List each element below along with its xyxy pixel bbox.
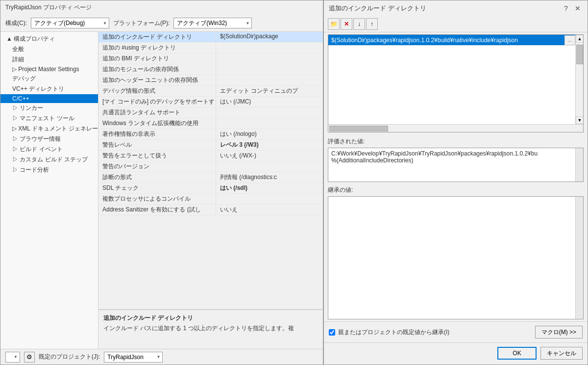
dialog-actions: マクロ(M) >> [535,326,583,339]
prop-row-sdl[interactable]: SDL チェック はい (/sdl) [98,183,323,194]
dialog-close-button[interactable]: ✕ [573,3,583,13]
prop-name-module-dep: 追加のモジュールの依存関係 [98,64,216,75]
path-list-body: ... ▲ ▼ [328,35,583,124]
prop-name-header-dep: 追加のヘッダー ユニットの依存関係 [98,75,216,85]
main-window-title: TryRapidJson プロパティ ページ [5,4,92,11]
prop-row-warning-level[interactable]: 警告レベル レベル 3 (/W3) [98,140,323,151]
prop-row-debug-format[interactable]: デバッグ情報の形式 エディット コンティニュのプ [98,86,323,97]
tree-item-general[interactable]: 全般 [0,44,98,54]
evaluated-section: 評価された値: C:¥Work¥Develop¥TryRapidJson¥Try… [324,134,588,184]
tree-item-project-master[interactable]: ▷ Project Master Settings [0,65,98,74]
right-panel: 追加のインクルード ディレクトリ $(SolutionDir)package 追… [98,32,323,349]
prop-name-warning-error: 警告をエラーとして扱う [98,151,216,161]
path-input-0[interactable] [328,36,564,45]
evaluated-label: 評価された値: [328,137,584,146]
prop-value-multiproc [216,194,323,204]
prop-row-using-dirs[interactable]: 追加の #using ディレクトリ [98,43,323,53]
tree-item-code-analysis[interactable]: ▷ コード分析 [0,165,98,175]
tree-item-config-props[interactable]: ▲ 構成プロパティ [0,34,98,44]
dialog-help-button[interactable]: ? [561,3,571,13]
prop-row-module-dep[interactable]: 追加のモジュールの依存関係 [98,64,323,75]
bottom-bar: ▼ ⚙ 既定のプロジェクト(J): TryRapidJson ▼ [0,349,323,365]
config-dropdown[interactable]: アクティブ(Debug) ▼ [31,18,109,28]
config-value: アクティブ(Debug) [34,19,85,27]
prop-row-jmc[interactable]: [マイ コードのみ] のデバッグをサポートす はい (/JMC) [98,97,323,107]
prop-value-warning-error: いいえ (/WX-) [216,151,323,161]
vscroll-up[interactable]: ▲ [576,35,583,43]
tree-item-browser[interactable]: ▷ ブラウザー情報 [0,134,98,144]
vscroll-thumb[interactable] [576,45,583,64]
prop-value-using-dirs [216,43,323,53]
inherit-label: 親またはプロジェクトの既定値から継承(I) [338,328,449,337]
inherited-text [328,197,575,319]
dialog-toolbar: 📁 ✕ ↓ ↑ [324,16,588,32]
macro-button[interactable]: マクロ(M) >> [535,326,583,339]
tree-item-build-event[interactable]: ▷ ビルド イベント [0,144,98,155]
prop-row-warning-ver[interactable]: 警告のバージョン [98,161,323,172]
inherit-checkbox[interactable] [329,329,335,336]
tree-item-linker[interactable]: ▷ リンカー [0,103,98,113]
prop-name-nologo: 著作権情報の非表示 [98,129,216,139]
tree-item-debug[interactable]: デバッグ [0,74,98,84]
prop-value-module-dep [216,64,323,75]
prop-row-winrt[interactable]: Windows ランタイム拡張機能の使用 [98,118,323,129]
prop-row-diag[interactable]: 診断の形式 列情報 (/diagnostics:c [98,172,323,183]
tree-item-cpp[interactable]: C/C++ [0,94,98,103]
eval-area: C:¥Work¥Develop¥TryRapidJson¥TryRapidJso… [328,148,584,182]
folder-icon: 📁 [330,21,338,27]
move-up-button[interactable]: ↑ [366,18,378,30]
path-list-hscroll[interactable] [328,124,583,132]
prop-row-include-dirs[interactable]: 追加のインクルード ディレクトリ $(SolutionDir)package [98,32,323,43]
prop-name-multiproc: 複数プロセッサによるコンパイル [98,194,216,204]
prop-value-winrt [216,118,323,129]
prop-value-asan: いいえ [216,205,323,215]
path-list-vscroll[interactable]: ▲ ▼ [575,35,583,124]
down-icon: ↓ [358,21,361,27]
platform-dropdown[interactable]: アクティブ(Win32) ▼ [173,18,252,28]
tree-item-detail[interactable]: 詳細 [0,54,98,65]
inherited-vscroll[interactable] [575,197,583,319]
prop-value-header-dep [216,75,323,85]
vscroll-down[interactable]: ▼ [576,116,583,124]
cancel-button[interactable]: キャンセル [540,347,583,360]
description-area: 追加のインクルード ディレクトリ インクルード パスに追加する 1 つ以上のディ… [98,310,323,349]
prop-row-nologo[interactable]: 著作権情報の非表示 はい (/nologo) [98,129,323,140]
prop-value-warning-ver [216,161,323,172]
ok-button[interactable]: OK [497,347,537,360]
prop-row-warning-error[interactable]: 警告をエラーとして扱う いいえ (/WX-) [98,151,323,161]
bottom-project-dropdown[interactable]: TryRapidJson ▼ [104,352,163,363]
dialog-controls: ? ✕ [561,3,583,13]
prop-row-multiproc[interactable]: 複数プロセッサによるコンパイル [98,194,323,205]
prop-row-clr[interactable]: 共通言語ランタイム サポート [98,107,323,118]
tree-item-manifest[interactable]: ▷ マニフェスト ツール [0,113,98,124]
prop-name-warning-level: 警告レベル [98,140,216,150]
new-path-button[interactable]: 📁 [328,18,340,30]
properties-table: 追加のインクルード ディレクトリ $(SolutionDir)package 追… [98,32,323,310]
prop-value-sdl: はい (/sdl) [216,183,323,193]
prop-name-winrt: Windows ランタイム拡張機能の使用 [98,118,216,129]
prop-row-bmi-dirs[interactable]: 追加の BMI ディレクトリ [98,53,323,64]
bottom-arrow-dropdown[interactable]: ▼ [5,352,20,363]
prop-name-clr: 共通言語ランタイム サポート [98,107,216,118]
tree-item-custom-build[interactable]: ▷ カスタム ビルド ステップ [0,155,98,165]
prop-name-asan: Address Sanitizer を有効にする (試し [98,205,216,215]
prop-row-asan[interactable]: Address Sanitizer を有効にする (試し いいえ [98,205,323,215]
dialog-window: 追加のインクルード ディレクトリ ? ✕ 📁 ✕ ↓ ↑ ... [323,0,588,365]
tree-item-xml[interactable]: ▷ XML ドキュメント ジェネレーター [0,124,98,134]
bottom-project-label: 既定のプロジェクト(J): [39,353,100,361]
path-row-0[interactable]: ... [328,35,575,46]
tree-item-vc-dirs[interactable]: VC++ ディレクトリ [0,84,98,94]
move-down-button[interactable]: ↓ [353,18,365,30]
up-icon: ↑ [370,21,373,27]
hscroll-thumb[interactable] [329,126,388,131]
delete-path-button[interactable]: ✕ [341,18,352,30]
prop-row-header-dep[interactable]: 追加のヘッダー ユニットの依存関係 [98,75,323,86]
eval-vscroll[interactable] [575,148,583,182]
prop-name-warning-ver: 警告のバージョン [98,161,216,172]
prop-value-nologo: はい (/nologo) [216,129,323,139]
gear-button[interactable]: ⚙ [24,352,35,363]
path-browse-button-0[interactable]: ... [564,35,575,45]
prop-name-include-dirs: 追加のインクルード ディレクトリ [98,32,216,42]
prop-value-jmc: はい (/JMC) [216,97,323,107]
prop-name-using-dirs: 追加の #using ディレクトリ [98,43,216,53]
